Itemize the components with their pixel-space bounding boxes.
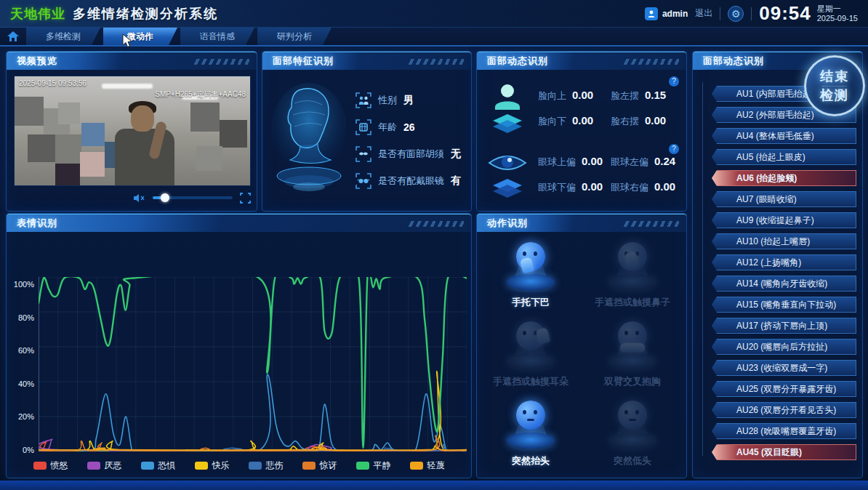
au-status-dot bbox=[699, 344, 706, 350]
beard-icon bbox=[355, 146, 371, 162]
person-silhouette bbox=[115, 129, 174, 186]
au-status-dot-active bbox=[699, 175, 706, 182]
au-status-dot bbox=[699, 238, 706, 245]
mosaic-block bbox=[55, 164, 80, 186]
face-feature-panel: 面部特征识别 bbox=[262, 51, 472, 212]
mosaic-block bbox=[15, 97, 44, 126]
action-hand-on-chin: 手托下巴 bbox=[480, 236, 582, 316]
help-icon[interactable]: ? bbox=[669, 144, 679, 154]
panel-title: 表情识别 bbox=[7, 217, 57, 230]
au-status-dot-active bbox=[699, 449, 706, 456]
app-header: 天地伟业 多维情绪检测分析系统 admin 退出 ⚙ 09:54 星期一 202… bbox=[0, 0, 868, 28]
video-frame[interactable]: 2025-09-15 09:53:56 SMP+H265+定码率+AAC48 bbox=[14, 76, 251, 186]
hologram-head-icon bbox=[262, 70, 355, 211]
help-icon[interactable]: ? bbox=[669, 76, 679, 87]
metric-face-down: 脸向下 0.00 bbox=[538, 114, 608, 128]
end-detection-button[interactable]: 结束 检测 bbox=[804, 55, 865, 116]
au-item-au7: AU7 (眼睛收缩) bbox=[712, 191, 856, 207]
volume-slider[interactable] bbox=[153, 196, 233, 199]
clock: 09:54 星期一 2025-09-15 bbox=[759, 2, 858, 25]
eye-gaze-icon bbox=[483, 150, 532, 199]
volume-knob[interactable] bbox=[161, 193, 169, 202]
home-tab[interactable] bbox=[0, 28, 26, 45]
legend-anger: 愤怒 bbox=[33, 459, 68, 472]
au-status-dot bbox=[699, 196, 706, 203]
action-icon bbox=[502, 242, 559, 290]
clock-weekday: 星期一 bbox=[817, 4, 858, 14]
au-status-dot bbox=[699, 112, 706, 119]
fullscreen-icon[interactable] bbox=[240, 193, 251, 204]
user-chip[interactable]: admin bbox=[645, 7, 688, 20]
header-decoration bbox=[407, 221, 464, 227]
panel-title: 动作识别 bbox=[477, 217, 528, 230]
action-panel: 动作识别 手托下巴 手遮挡或触摸鼻子 手遮挡或 bbox=[476, 213, 687, 478]
feature-label: 是否有配戴眼镜 bbox=[378, 174, 444, 188]
expression-chart: 0%20% 40%60% 80%100% bbox=[7, 232, 471, 451]
feature-label: 性别 bbox=[378, 94, 397, 107]
mosaic-block bbox=[190, 103, 220, 132]
expression-panel: 表情识别 0%20% 40%60% 80%100% 愤怒 厌恶 恐惧 快乐 悲伤… bbox=[6, 213, 472, 478]
au-item-au20: AU20 (嘴唇向后方拉扯) bbox=[712, 339, 856, 355]
bottom-bar bbox=[0, 481, 868, 490]
settings-gear-icon[interactable]: ⚙ bbox=[728, 6, 744, 22]
au-item-au5: AU5 (抬起上眼皮) bbox=[712, 149, 856, 165]
metric-eye-down: 眼球下偏 0.00 bbox=[538, 180, 608, 194]
feature-row-age: 年龄 26 bbox=[355, 119, 467, 135]
action-icon bbox=[502, 401, 559, 449]
head-pose-icon bbox=[483, 82, 532, 134]
y-axis: 0%20% 40%60% 80%100% bbox=[8, 277, 39, 451]
home-icon bbox=[7, 31, 19, 41]
video-codec-label: SMP+H265+定码率+AAC48 bbox=[155, 89, 246, 100]
action-icon bbox=[502, 321, 559, 369]
tab-micro-action[interactable]: 微动作 bbox=[103, 28, 177, 45]
gender-icon bbox=[355, 92, 371, 108]
au-status-dot bbox=[699, 323, 706, 329]
au-item-au4: AU4 (整体眉毛低垂) bbox=[712, 128, 856, 144]
tab-multi-detect[interactable]: 多维检测 bbox=[26, 28, 100, 45]
au-status-dot bbox=[699, 365, 706, 371]
panel-title: 面部动态识别 bbox=[477, 55, 548, 68]
header-decoration bbox=[622, 221, 679, 227]
divider bbox=[751, 7, 752, 20]
panel-header: 面部动态识别 bbox=[477, 52, 686, 70]
au-status-dot bbox=[699, 91, 706, 97]
action-icon bbox=[604, 401, 661, 449]
mosaic-block bbox=[196, 146, 222, 171]
divider bbox=[720, 7, 720, 20]
header-decoration bbox=[407, 59, 464, 65]
au-item-au45: AU45 (双目眨眼) bbox=[712, 444, 856, 460]
au-status-dot bbox=[699, 154, 706, 161]
metric-face-right: 脸右摆 0.00 bbox=[611, 114, 680, 128]
page-title: 多维情绪检测分析系统 bbox=[73, 5, 218, 23]
person-face bbox=[131, 105, 154, 132]
au-item-au6: AU6 (抬起脸颊) bbox=[712, 170, 856, 186]
au-item-au14: AU14 (嘴角向牙齿收缩) bbox=[712, 276, 856, 292]
au-item-au9: AU9 (收缩提起鼻子) bbox=[712, 212, 856, 228]
tab-analysis[interactable]: 研判分析 bbox=[257, 28, 331, 45]
feature-row-beard: 是否有面部胡须 无 bbox=[355, 146, 467, 162]
header-decoration bbox=[622, 59, 679, 65]
au-item-au28: AU28 (吮吸嘴唇覆盖牙齿) bbox=[712, 423, 856, 439]
au-item-au15: AU15 (嘴角垂直向下拉动) bbox=[712, 297, 856, 313]
legend-surprise: 惊讶 bbox=[302, 459, 337, 472]
metric-eye-left: 眼球左偏 0.24 bbox=[611, 155, 680, 169]
legend-sad: 悲伤 bbox=[249, 459, 284, 472]
au-status-dot bbox=[699, 133, 706, 140]
logout-button[interactable]: 退出 bbox=[695, 7, 712, 20]
age-icon bbox=[355, 119, 371, 135]
mosaic-block bbox=[55, 134, 81, 164]
feature-value: 有 bbox=[451, 174, 461, 188]
tab-voice-emotion[interactable]: 语音情感 bbox=[180, 28, 254, 45]
mosaic-block bbox=[80, 152, 105, 177]
action-arms-crossed: 双臂交叉抱胸 bbox=[582, 316, 683, 395]
header-decoration bbox=[193, 59, 249, 65]
user-icon bbox=[645, 7, 658, 20]
metric-eye-right: 眼球右偏 0.00 bbox=[611, 180, 680, 194]
brand-logo: 天地伟业 bbox=[10, 5, 65, 23]
mute-icon[interactable] bbox=[134, 193, 145, 203]
feature-label: 是否有面部胡须 bbox=[378, 148, 444, 161]
au-status-dot bbox=[699, 302, 706, 308]
video-preview-panel: 视频预览 2025-09-15 09:53:56 SMP+H265+定码率+AA… bbox=[6, 51, 257, 212]
metric-face-left: 脸左摆 0.15 bbox=[611, 89, 680, 103]
line-chart bbox=[39, 277, 467, 451]
